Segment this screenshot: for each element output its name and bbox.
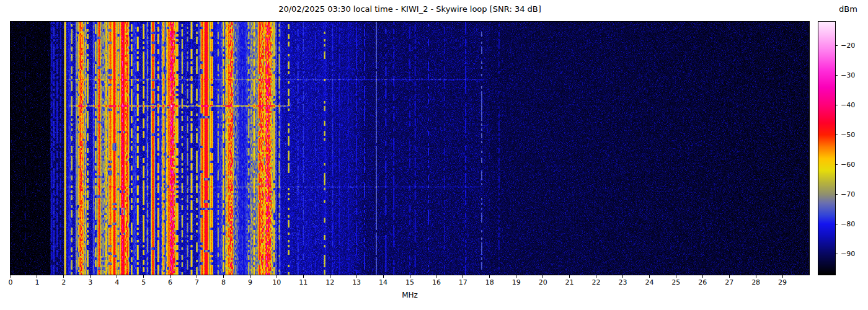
x-tick-label: 19 [512, 278, 521, 286]
x-tick-mark [250, 275, 250, 278]
colorbar-tick-label: −50 [841, 131, 855, 139]
colorbar-tick-mark [835, 194, 838, 195]
colorbar-canvas [818, 22, 835, 275]
x-tick-mark [649, 275, 650, 278]
x-tick-mark [702, 275, 703, 278]
x-tick-label: 14 [379, 278, 388, 286]
colorbar-tick-mark [835, 45, 838, 46]
colorbar-tick-label: −60 [841, 161, 855, 169]
x-tick-mark [383, 275, 384, 278]
x-tick-mark [11, 275, 11, 278]
colorbar-tick-label: −70 [841, 190, 855, 198]
x-tick-mark [143, 275, 144, 278]
x-tick-mark [170, 275, 170, 278]
x-tick-mark [729, 275, 730, 278]
x-tick-mark [356, 275, 357, 278]
colorbar-tick-mark [835, 135, 838, 135]
x-tick-label: 9 [248, 278, 252, 286]
colorbar-unit-label: dBm [839, 4, 857, 14]
x-tick-mark [569, 275, 570, 278]
x-tick-label: 27 [725, 278, 733, 286]
x-tick-label: 5 [141, 278, 146, 286]
x-axis-label: MHz [402, 291, 418, 300]
x-tick-mark [330, 275, 330, 278]
x-tick-mark [596, 275, 596, 278]
x-tick-label: 7 [195, 278, 199, 286]
chart-title: 20/02/2025 03:30 local time - KIWI_2 - S… [278, 4, 541, 14]
x-tick-label: 21 [565, 278, 574, 286]
x-tick-mark [516, 275, 516, 278]
x-tick-mark [622, 275, 623, 278]
x-tick-mark [542, 275, 543, 278]
x-tick-mark [197, 275, 197, 278]
colorbar-tick-label: −80 [841, 220, 855, 228]
x-tick-label: 4 [115, 278, 119, 286]
colorbar-tick-label: −40 [841, 101, 855, 109]
x-tick-label: 2 [61, 278, 66, 286]
spectrogram-figure: 20/02/2025 03:30 local time - KIWI_2 - S… [0, 0, 868, 310]
x-tick-label: 1 [35, 278, 39, 286]
x-tick-label: 22 [592, 278, 601, 286]
x-tick-label: 28 [751, 278, 760, 286]
colorbar-tick-mark [835, 105, 838, 105]
x-tick-label: 10 [272, 278, 281, 286]
x-tick-mark [117, 275, 117, 278]
x-tick-mark [63, 275, 64, 278]
x-tick-mark [489, 275, 490, 278]
x-tick-mark [436, 275, 436, 278]
x-tick-label: 13 [352, 278, 361, 286]
x-tick-label: 20 [539, 278, 547, 286]
x-tick-label: 26 [698, 278, 707, 286]
x-tick-mark [37, 275, 37, 278]
waterfall-plot-area [10, 21, 810, 275]
x-tick-label: 16 [432, 278, 441, 286]
x-tick-mark [676, 275, 676, 278]
x-tick-label: 8 [221, 278, 226, 286]
colorbar-tick-mark [835, 254, 838, 254]
x-tick-label: 17 [459, 278, 467, 286]
x-tick-label: 6 [168, 278, 172, 286]
x-tick-label: 18 [485, 278, 494, 286]
colorbar-tick-mark [835, 164, 838, 165]
x-tick-label: 12 [326, 278, 334, 286]
x-tick-mark [90, 275, 91, 278]
colorbar [818, 21, 836, 275]
x-tick-mark [463, 275, 463, 278]
x-tick-label: 23 [618, 278, 627, 286]
x-tick-label: 3 [88, 278, 92, 286]
colorbar-tick-label: −20 [841, 42, 855, 50]
x-tick-mark [303, 275, 304, 278]
x-tick-label: 15 [405, 278, 414, 286]
x-tick-label: 25 [671, 278, 680, 286]
x-tick-mark [782, 275, 783, 278]
colorbar-tick-label: −90 [841, 250, 855, 258]
x-tick-label: 29 [778, 278, 787, 286]
x-tick-mark [223, 275, 224, 278]
x-tick-label: 24 [645, 278, 653, 286]
x-tick-label: 0 [9, 278, 13, 286]
x-tick-mark [277, 275, 277, 278]
colorbar-tick-label: −30 [841, 71, 855, 79]
colorbar-tick-mark [835, 224, 838, 224]
x-tick-mark [410, 275, 410, 278]
colorbar-tick-mark [835, 75, 838, 76]
waterfall-canvas [11, 22, 809, 275]
x-tick-mark [756, 275, 756, 278]
x-tick-label: 11 [299, 278, 308, 286]
